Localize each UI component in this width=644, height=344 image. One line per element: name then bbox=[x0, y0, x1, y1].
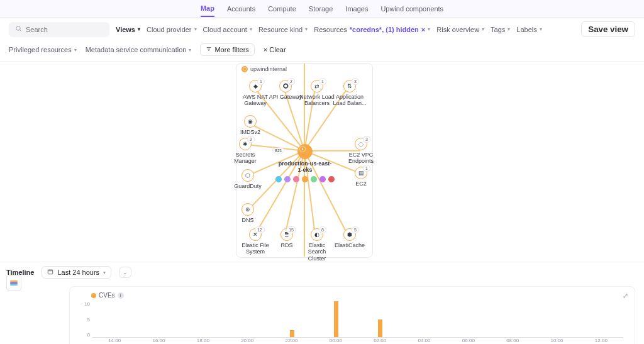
elasticache-icon: 5⬢ bbox=[343, 228, 356, 241]
node-application-lb[interactable]: 3⇅Application Load Balan... bbox=[332, 80, 367, 107]
node-imdsv2[interactable]: ◉IMDSv2 bbox=[233, 115, 268, 135]
tab-accounts[interactable]: Accounts bbox=[227, 1, 255, 16]
timeline-header: Timeline Last 24 hours ▾ ⌄ bbox=[0, 262, 644, 282]
more-filters-button[interactable]: More filters bbox=[200, 43, 254, 56]
x-tick: 22:00 bbox=[285, 338, 297, 343]
ec2-icon: 1▤ bbox=[355, 167, 367, 179]
chevron-down-icon: ▾ bbox=[305, 26, 308, 32]
info-icon[interactable]: i bbox=[118, 292, 124, 299]
cloud-account-dropdown[interactable]: Cloud account▾ bbox=[203, 26, 252, 33]
chevron-down-icon: ▾ bbox=[103, 270, 106, 275]
chevron-down-icon: ▾ bbox=[74, 47, 77, 53]
secrets-icon: 2✱ bbox=[239, 138, 252, 150]
filter-icon bbox=[206, 46, 212, 53]
central-mini-icons bbox=[275, 176, 335, 182]
tab-images[interactable]: Images bbox=[345, 1, 368, 16]
metadata-service-dropdown[interactable]: Metadata service communication▾ bbox=[86, 46, 192, 53]
x-tick: 14:00 bbox=[108, 338, 121, 343]
chevron-down-icon: ▾ bbox=[482, 26, 484, 32]
expand-icon[interactable]: ⤢ bbox=[623, 292, 628, 300]
chevron-down-icon: ▾ bbox=[194, 26, 197, 32]
elasticsearch-icon: 8◐ bbox=[311, 228, 323, 241]
alb-icon: 3⇅ bbox=[343, 80, 356, 92]
chart-plot-area[interactable] bbox=[92, 301, 623, 338]
svg-point-0 bbox=[16, 26, 20, 30]
search-input-field[interactable] bbox=[26, 26, 103, 33]
node-guardduty[interactable]: ⬡GuardDuty bbox=[230, 169, 265, 189]
chart-bar[interactable] bbox=[334, 301, 338, 337]
efs-icon: 12✕ bbox=[249, 228, 262, 241]
node-secrets-manager[interactable]: 2✱Secrets Manager bbox=[228, 138, 263, 165]
resources-dropdown[interactable]: Resources *coredns*, (1) hidden × ▾ bbox=[314, 26, 430, 33]
labels-dropdown[interactable]: Labels▾ bbox=[516, 26, 541, 33]
node-elasticache[interactable]: 5⬢ElastiCache bbox=[332, 228, 367, 248]
node-ec2[interactable]: 1▤EC2 bbox=[343, 167, 379, 187]
node-api-gateway[interactable]: 2🞇API Gateway bbox=[268, 80, 303, 100]
chart-y-axis: 10 5 0 bbox=[79, 301, 90, 338]
search-input[interactable] bbox=[9, 22, 109, 37]
save-view-button[interactable]: Save view bbox=[581, 21, 635, 37]
chart-bar[interactable] bbox=[290, 330, 294, 337]
tab-compute[interactable]: Compute bbox=[268, 1, 296, 16]
x-tick: 08:00 bbox=[506, 338, 519, 343]
chevron-down-icon: ▾ bbox=[250, 26, 252, 32]
toolbar: Views▾ Cloud provider▾ Cloud account▾ Re… bbox=[0, 18, 644, 41]
privileged-resources-dropdown[interactable]: Privileged resources▾ bbox=[9, 46, 77, 53]
api-gateway-icon: 2🞇 bbox=[279, 80, 292, 92]
cves-chart[interactable]: 10 5 0 bbox=[79, 301, 626, 338]
resources-filter-chip: *coredns*, (1) hidden × bbox=[350, 26, 425, 33]
legend-toggle[interactable] bbox=[6, 275, 21, 291]
tab-storage[interactable]: Storage bbox=[309, 1, 333, 16]
mini-icon bbox=[293, 176, 299, 182]
org-icon: ⬡ bbox=[242, 66, 248, 72]
nat-gateway-icon: 1◆ bbox=[249, 80, 262, 92]
close-icon[interactable]: × bbox=[421, 26, 425, 33]
map-card: .e{stroke:#f5c77a;stroke-width:2;fill:no… bbox=[236, 63, 373, 258]
collapse-timeline-button[interactable]: ⌄ bbox=[119, 267, 131, 278]
node-dns[interactable]: ⊛DNS bbox=[230, 203, 265, 223]
risk-overview-dropdown[interactable]: Risk overview▾ bbox=[436, 26, 484, 33]
toolbar-secondary: Privileged resources▾ Metadata service c… bbox=[0, 41, 644, 62]
x-tick: 18:00 bbox=[197, 338, 209, 343]
x-tick: 10:00 bbox=[550, 338, 563, 343]
mini-icon bbox=[302, 176, 308, 182]
x-tick: 12:00 bbox=[595, 338, 608, 343]
x-tick: 04:00 bbox=[418, 338, 430, 343]
chevron-down-icon: ▾ bbox=[508, 26, 510, 32]
clear-button[interactable]: ×Clear bbox=[264, 46, 286, 53]
imds-icon: ◉ bbox=[244, 115, 257, 128]
mini-icon bbox=[328, 176, 335, 182]
kubernetes-icon bbox=[297, 144, 313, 159]
node-efs[interactable]: 12✕Elastic File System bbox=[238, 228, 273, 255]
node-elastic-search[interactable]: 8◐Elastic Search Cluster bbox=[299, 228, 335, 262]
org-label: ⬡ upwindinternal bbox=[242, 66, 287, 72]
x-tick: 02:00 bbox=[374, 338, 386, 343]
chevron-double-down-icon: ⌄ bbox=[123, 269, 128, 275]
svg-point-21 bbox=[302, 148, 303, 150]
tab-map[interactable]: Map bbox=[201, 1, 214, 17]
node-network-lb[interactable]: 1⇄Network Load Balancers bbox=[299, 80, 335, 107]
chart-bar[interactable] bbox=[378, 319, 382, 338]
node-ec2-vpc-endpoints[interactable]: 3◌EC2 VPC Endpoints bbox=[343, 138, 379, 165]
x-tick: 16:00 bbox=[152, 338, 165, 343]
mini-icon bbox=[311, 176, 317, 182]
map-canvas[interactable]: .e{stroke:#f5c77a;stroke-width:2;fill:no… bbox=[0, 62, 644, 262]
resource-kind-dropdown[interactable]: Resource kind▾ bbox=[258, 26, 308, 33]
time-range-dropdown[interactable]: Last 24 hours ▾ bbox=[42, 266, 111, 279]
x-tick: 06:00 bbox=[462, 338, 475, 343]
mini-icon bbox=[275, 176, 282, 182]
rds-icon: 15≣ bbox=[280, 228, 293, 241]
calendar-icon bbox=[47, 269, 53, 276]
edge-count-badge: 821 bbox=[273, 148, 284, 153]
tab-upwind-components[interactable]: Upwind components bbox=[380, 1, 443, 16]
cloud-provider-dropdown[interactable]: Cloud provider▾ bbox=[147, 26, 197, 33]
node-central-eks[interactable]: production-us-east-1-eks bbox=[277, 144, 333, 182]
svg-rect-22 bbox=[48, 270, 53, 274]
cves-legend[interactable]: CVEs i bbox=[91, 292, 626, 299]
mini-icon bbox=[319, 176, 326, 182]
chevron-down-icon: ▾ bbox=[138, 26, 140, 32]
tags-dropdown[interactable]: Tags▾ bbox=[491, 26, 510, 33]
x-tick: 00:00 bbox=[330, 338, 342, 343]
chart-x-axis: 14:0016:0018:0020:0022:0000:0002:0004:00… bbox=[92, 338, 623, 344]
views-dropdown[interactable]: Views▾ bbox=[116, 26, 140, 33]
